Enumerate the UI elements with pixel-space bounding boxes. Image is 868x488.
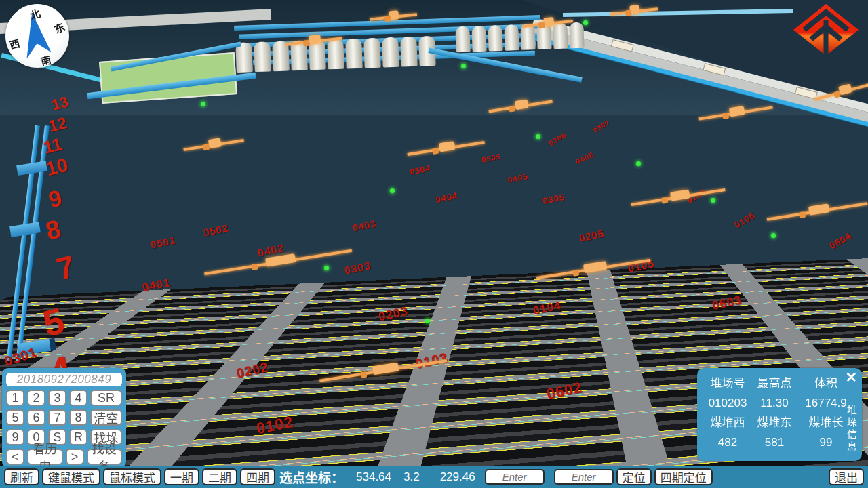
pile-id-label[interactable]: 0306: [547, 131, 568, 148]
mouse-mode-button[interactable]: 鼠标模式: [103, 468, 161, 485]
silo: [254, 41, 271, 72]
pile-info-side-title: 堆垛信息: [844, 405, 859, 453]
pile-id-label[interactable]: 0106: [733, 211, 757, 230]
silo: [471, 26, 486, 52]
status-dot: [536, 134, 540, 139]
pile-info-value: 010203: [705, 396, 750, 410]
pile-info-value: 581: [750, 436, 799, 449]
keypad-row: < 看历史 > 找设备: [6, 449, 122, 465]
coord-z-value: 229.46: [440, 470, 475, 484]
phase2-button[interactable]: 二期: [202, 468, 237, 485]
pile-id-label[interactable]: 0504: [409, 164, 431, 176]
pile-id-label[interactable]: 0205: [578, 228, 606, 243]
machine-body: [670, 189, 690, 201]
machine-cab: [833, 91, 841, 98]
row-number-label: 8: [43, 216, 64, 244]
key-sr[interactable]: SR: [90, 390, 122, 406]
selected-point-label: 选点坐标：: [279, 468, 344, 486]
machine-cab: [661, 197, 668, 204]
machine-cab: [509, 105, 515, 112]
keypad-display[interactable]: 20180927200849: [6, 373, 122, 386]
status-dot: [583, 20, 588, 25]
refresh-button[interactable]: 刷新: [4, 468, 39, 485]
pile-info-grid: 堆场号 最高点 体积 010203 11.30 16774.9 煤堆西 煤堆东 …: [705, 377, 841, 449]
coord-y-value: 3.2: [403, 470, 420, 484]
pile-info-header: 煤堆东: [750, 416, 799, 430]
pile-info-header: 堆场号: [705, 377, 750, 390]
silo: [504, 24, 519, 51]
phase1-button[interactable]: 一期: [164, 468, 199, 485]
pile-info-value: 11.30: [750, 396, 799, 410]
pile-id-label[interactable]: 0502: [203, 222, 230, 237]
history-next-button[interactable]: >: [66, 449, 84, 465]
row-number-label: 11: [41, 135, 64, 157]
pile-id-label[interactable]: 0505: [481, 152, 501, 164]
key-3[interactable]: 3: [48, 390, 66, 406]
pile-id-label[interactable]: 0305: [542, 192, 566, 206]
clear-button[interactable]: 清空: [90, 409, 122, 426]
status-dot: [201, 102, 205, 106]
machine-body: [838, 83, 852, 95]
key-1[interactable]: 1: [6, 390, 24, 406]
pile-id-label[interactable]: 0501: [150, 235, 177, 249]
key-8[interactable]: 8: [69, 409, 87, 426]
coord-x-value: 534.64: [356, 470, 391, 484]
coord-input-1[interactable]: [485, 469, 545, 485]
coord-input-2[interactable]: [554, 469, 614, 485]
coal-yard-monitoring-app: 1312111098754 03010102020206020103020301…: [0, 0, 868, 488]
machine-cab: [252, 264, 258, 270]
silo-cluster-right: [455, 22, 584, 53]
pile-id-label[interactable]: 0404: [435, 191, 458, 205]
key-5[interactable]: 5: [6, 409, 24, 426]
machine-cab: [799, 211, 806, 218]
machine-body: [729, 106, 745, 117]
bottom-toolbar: 刷新 键鼠模式 鼠标模式 一期 二期 四期 选点坐标： 534.64 3.2 2…: [0, 466, 868, 488]
status-dot: [324, 266, 329, 270]
status-dot: [390, 188, 395, 193]
silo: [400, 37, 418, 67]
phase4-locate-button[interactable]: 四期定位: [654, 468, 713, 485]
status-dot: [771, 233, 776, 238]
key-2[interactable]: 2: [27, 390, 45, 406]
locate-button[interactable]: 定位: [616, 468, 652, 485]
stacker-reclaimer-machine[interactable]: [631, 184, 726, 209]
pile-id-label[interactable]: 0403: [352, 218, 377, 232]
pile-id-label[interactable]: 0307: [592, 119, 611, 134]
silo: [345, 39, 363, 69]
row-number-label: 10: [44, 155, 70, 180]
keymouse-mode-button[interactable]: 键鼠模式: [42, 468, 100, 485]
stacker-reclaimer-machine[interactable]: [766, 197, 868, 224]
stacker-reclaimer-machine[interactable]: [406, 136, 485, 159]
key-4[interactable]: 4: [69, 390, 87, 406]
pile-id-label[interactable]: 0303: [344, 260, 372, 277]
machine-cab: [572, 269, 579, 276]
machine-body: [808, 203, 830, 216]
pile-info-panel: ✕ 堆场号 最高点 体积 010203 11.30 16774.9 煤堆西 煤堆…: [697, 368, 862, 461]
silo: [488, 25, 502, 52]
exit-button[interactable]: 退出: [829, 468, 864, 485]
pile-id-label[interactable]: 0406: [574, 150, 595, 165]
status-dot: [425, 319, 430, 323]
silo: [455, 26, 470, 53]
view-history-button[interactable]: 看历史: [27, 449, 63, 465]
machine-cab: [384, 15, 391, 22]
row-number-label: 13: [50, 94, 70, 113]
key-6[interactable]: 6: [27, 409, 45, 426]
pile-info-header: 最高点: [750, 377, 799, 390]
row-number-label: 7: [54, 251, 78, 285]
machine-cab: [625, 9, 632, 16]
key-r[interactable]: R: [69, 429, 87, 445]
keypad-row: 1 2 3 4 SR: [6, 390, 122, 406]
key-7[interactable]: 7: [48, 409, 66, 426]
find-device-button[interactable]: 找设备: [87, 449, 123, 465]
phase4-button[interactable]: 四期: [240, 468, 275, 485]
history-prev-button[interactable]: <: [6, 449, 24, 465]
compass[interactable]: 北 东 西 南: [5, 4, 69, 68]
stacker-reclaimer-machine[interactable]: [182, 134, 244, 155]
pile-id-label[interactable]: 0604: [828, 230, 853, 251]
pile-id-label[interactable]: 0405: [507, 172, 529, 184]
machine-cab: [722, 113, 729, 119]
pile-info-header: 煤堆西: [705, 416, 750, 430]
key-9[interactable]: 9: [6, 429, 24, 445]
machine-cab: [538, 22, 545, 28]
